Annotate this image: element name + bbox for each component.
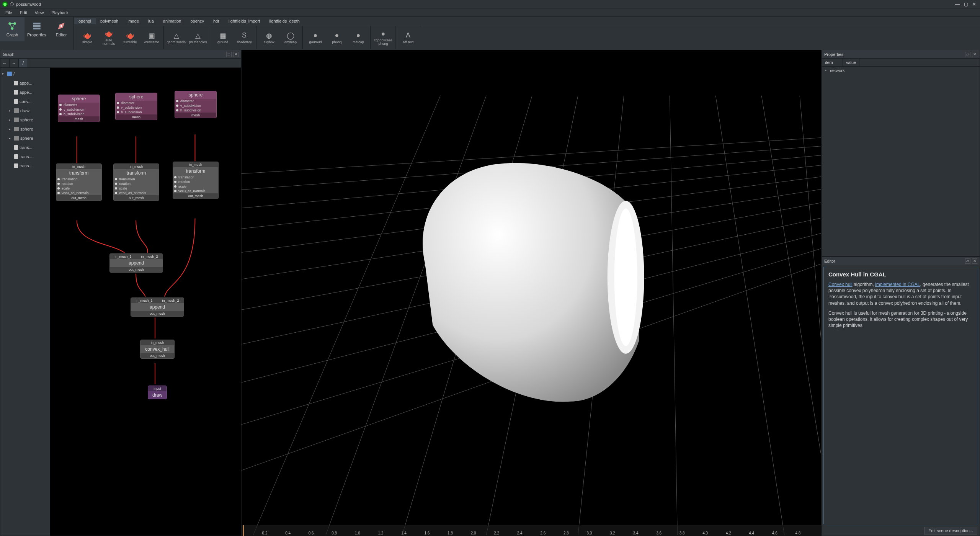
tree-item[interactable]: appe... [0,88,50,97]
node-sphere[interactable]: sphere diameter v_subdivision h_subdivis… [58,95,100,122]
node-port[interactable]: scale [56,186,101,191]
tool-envmap[interactable]: ◯envmap [280,27,301,48]
tool-tab-polymesh[interactable]: polymesh [96,18,123,24]
tool-tab-opencv[interactable]: opencv [186,18,208,24]
editor-link-convex-hull[interactable]: Convex hull [828,282,853,287]
tool-auto-normals[interactable]: 🫖auto normals [98,27,119,48]
node-draw[interactable]: input draw [148,386,167,399]
node-in[interactable]: in_mesh [140,340,174,345]
node-in[interactable]: in_mesh [173,162,218,167]
tree-item[interactable]: trans... [0,143,50,152]
node-port[interactable]: rotation [173,180,218,184]
tree-item[interactable]: conv... [0,97,50,106]
nav-back-button[interactable]: ← [0,59,10,67]
node-port[interactable]: v_subdivision [175,103,216,108]
tool-tab-lightfields-depth[interactable]: lightfields_depth [265,18,304,24]
node-port[interactable]: translation [56,177,101,181]
node-in[interactable]: in_mesh [114,164,159,169]
menu-file[interactable]: File [2,10,16,16]
nav-path-segment[interactable]: / [19,59,28,67]
node-in[interactable]: in_mesh_1 [131,298,157,303]
node-out[interactable]: mesh [58,116,100,122]
node-port[interactable]: rotation [56,181,101,186]
tool-ground[interactable]: ▦ground [212,27,233,48]
node-port[interactable]: rotation [114,181,159,186]
node-out[interactable]: mesh [175,113,216,118]
editor-link-cgal[interactable]: implemented in CGAL [875,282,920,287]
tool-geom-subdiv[interactable]: △geom subdiv [166,27,187,48]
mode-properties[interactable]: Properties [24,17,49,41]
panel-close-icon[interactable]: ✕ [972,52,977,57]
node-port[interactable]: v_subdivision [116,105,157,110]
tool-gouraud[interactable]: ●gouraud [305,27,326,48]
node-transform[interactable]: in_mesh transform translation rotation s… [56,163,102,201]
tree-item[interactable]: appe... [0,78,50,88]
chevron-right-icon[interactable]: ▸ [9,127,13,131]
tool-tab-image[interactable]: image [123,18,144,24]
tree-item[interactable]: ▾/ [0,69,50,78]
tree-item[interactable]: ▸sphere [0,124,50,134]
node-port[interactable]: v_subdivision [58,107,100,112]
node-port[interactable]: scale [114,186,159,191]
node-canvas[interactable]: sphere diameter v_subdivision h_subdivis… [50,68,241,536]
panel-undock-icon[interactable]: ▱ [226,52,232,57]
node-in[interactable]: in_mesh_2 [157,298,184,303]
tool-shadertoy[interactable]: Sshadertoy [234,27,255,48]
node-port[interactable]: diameter [58,103,100,107]
close-button[interactable]: ✕ [971,1,978,8]
node-port[interactable]: diameter [116,101,157,105]
node-out[interactable]: out_mesh [140,353,174,358]
node-transform[interactable]: in_mesh transform translation rotation s… [173,162,219,199]
graph-tree[interactable]: ▾/appe...appe...conv...▸draw▸sphere▸sphe… [0,68,50,536]
node-in[interactable]: in_mesh [56,164,101,169]
node-sphere[interactable]: sphere diameter v_subdivision h_subdivis… [115,93,157,120]
nav-forward-button[interactable]: → [10,59,19,67]
node-port[interactable]: h_subdivision [58,112,100,116]
node-port[interactable]: scale [173,184,218,189]
chevron-right-icon[interactable]: ▾ [2,72,6,76]
tool-turntable[interactable]: 🫖turntable [120,27,140,48]
tool-skybox[interactable]: ◍skybox [259,27,279,48]
viewport-3d[interactable]: 0.20.40.60.81.01.21.41.61.82.02.22.42.62… [241,50,822,536]
tree-item[interactable]: trans... [0,152,50,161]
node-port[interactable]: vec3_as_normals [114,191,159,195]
node-port[interactable]: vec3_as_normals [173,189,218,193]
tool-tab-lua[interactable]: lua [144,18,158,24]
menu-view[interactable]: View [31,10,48,16]
node-port[interactable]: h_subdivision [116,110,157,114]
chevron-right-icon[interactable]: ▸ [9,136,13,140]
tool-simple[interactable]: 🫖simple [77,27,98,48]
node-out[interactable]: out_mesh [56,195,101,201]
node-in[interactable]: in_mesh_2 [136,254,163,259]
window-menu-icon[interactable] [10,2,14,6]
node-convex-hull[interactable]: in_mesh convex_hull out_mesh [140,340,175,359]
node-out[interactable]: mesh [116,114,157,120]
tool-cgbookcase-phong[interactable]: ●cgbookcase phong [373,27,394,48]
tool-tab-opengl[interactable]: opengl [74,18,96,24]
node-port[interactable]: diameter [175,99,216,103]
edit-scene-description-button[interactable]: Edit scene description... [924,527,977,534]
node-out[interactable]: out_mesh [173,193,218,199]
tree-item[interactable]: trans... [0,161,50,170]
maximize-button[interactable]: ▢ [962,1,969,8]
node-out[interactable]: out_mesh [131,311,184,316]
node-append[interactable]: in_mesh_1 in_mesh_2 append out_mesh [131,297,184,317]
node-port[interactable]: translation [114,177,159,181]
menu-playback[interactable]: Playback [47,10,72,16]
node-in[interactable]: in_mesh_1 [110,254,136,259]
tool-tab-animation[interactable]: animation [158,18,186,24]
properties-row[interactable]: ▸ network [822,67,980,74]
minimize-button[interactable]: — [954,1,961,8]
chevron-right-icon[interactable]: ▸ [9,118,13,122]
tree-item[interactable]: ▸sphere [0,115,50,124]
node-sphere[interactable]: sphere diameter v_subdivision h_subdivis… [175,91,217,118]
node-append[interactable]: in_mesh_1 in_mesh_2 append out_mesh [109,253,163,273]
panel-close-icon[interactable]: ✕ [233,52,238,57]
menu-edit[interactable]: Edit [16,10,31,16]
panel-undock-icon[interactable]: ▱ [965,258,970,264]
tree-item[interactable]: ▸draw [0,106,50,115]
node-transform[interactable]: in_mesh transform translation rotation s… [113,163,159,201]
panel-close-icon[interactable]: ✕ [972,258,977,264]
tool-sdf-text[interactable]: Asdf text [398,27,418,48]
tree-item[interactable]: ▸sphere [0,134,50,143]
